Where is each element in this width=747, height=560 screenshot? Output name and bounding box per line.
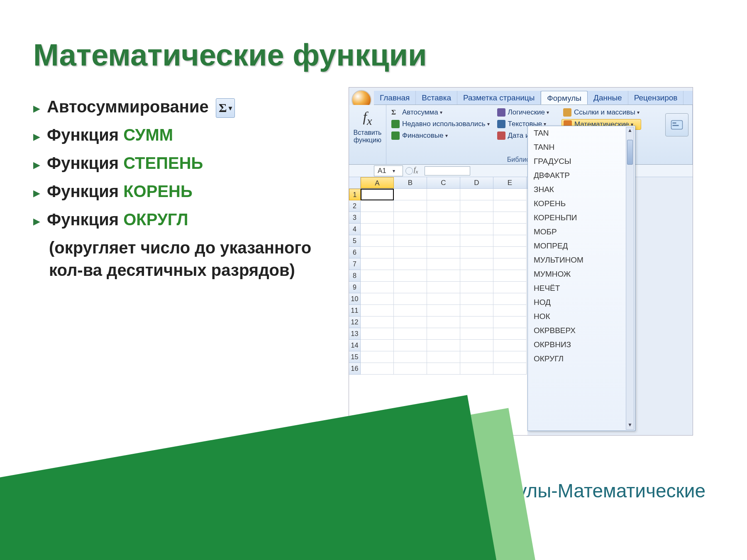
spreadsheet-grid[interactable]: A B C D E 12345678910111213141516 (349, 177, 527, 435)
tab-home[interactable]: Главная (374, 91, 416, 105)
cell[interactable] (361, 235, 394, 247)
cell[interactable] (493, 305, 527, 317)
dropdown-item[interactable]: МУМНОЖ (528, 267, 635, 281)
cell[interactable] (460, 363, 493, 375)
cell[interactable] (493, 282, 527, 293)
cell[interactable] (427, 305, 460, 317)
cell[interactable] (394, 212, 427, 224)
cell[interactable] (394, 270, 427, 282)
row-header[interactable]: 9 (349, 282, 361, 293)
cell[interactable] (394, 363, 427, 375)
ribbon-recent[interactable]: Недавно использовались▾ (390, 119, 491, 129)
cell[interactable] (427, 258, 460, 270)
cell[interactable] (394, 351, 427, 363)
tab-data[interactable]: Данные (588, 91, 628, 105)
cell[interactable] (361, 305, 394, 317)
col-header[interactable]: E (493, 177, 527, 188)
cell[interactable] (427, 328, 460, 340)
tab-review[interactable]: Рецензиров (628, 91, 684, 105)
row-header[interactable]: 4 (349, 224, 361, 235)
row-header[interactable]: 7 (349, 258, 361, 270)
row-header[interactable]: 14 (349, 340, 361, 351)
cell[interactable] (493, 328, 527, 340)
cell[interactable] (361, 200, 394, 212)
ribbon-lookup[interactable]: Ссылки и массивы▾ (561, 107, 641, 117)
scroll-thumb[interactable] (627, 140, 633, 165)
cancel-icon[interactable] (405, 167, 413, 175)
dropdown-item[interactable]: НОД (528, 295, 635, 309)
row-header[interactable]: 16 (349, 363, 361, 375)
col-header[interactable]: A (361, 177, 394, 188)
tab-insert[interactable]: Вставка (416, 91, 457, 105)
dropdown-item[interactable]: КОРЕНЬПИ (528, 211, 635, 225)
row-header[interactable]: 15 (349, 351, 361, 363)
cell[interactable] (460, 293, 493, 305)
cell[interactable] (493, 317, 527, 328)
cell[interactable] (427, 189, 460, 200)
cell[interactable] (427, 247, 460, 258)
cell[interactable] (427, 200, 460, 212)
cell[interactable] (493, 189, 527, 200)
insert-function-button[interactable]: fx Вставить функцию (352, 107, 383, 145)
row-header[interactable]: 5 (349, 235, 361, 247)
dropdown-item[interactable]: ДВФАКТР (528, 168, 635, 183)
select-all-corner[interactable] (349, 177, 361, 188)
cell[interactable] (460, 270, 493, 282)
cell[interactable] (394, 258, 427, 270)
dropdown-item[interactable]: TAN (528, 126, 635, 140)
dropdown-item[interactable]: ГРАДУСЫ (528, 154, 635, 168)
cell[interactable] (427, 340, 460, 351)
dropdown-item[interactable]: МОБР (528, 225, 635, 239)
dropdown-item[interactable]: МОПРЕД (528, 239, 635, 253)
cell[interactable] (460, 282, 493, 293)
cell[interactable] (394, 305, 427, 317)
cell[interactable] (460, 247, 493, 258)
cell[interactable] (460, 351, 493, 363)
cell[interactable] (460, 212, 493, 224)
cell[interactable] (427, 363, 460, 375)
dropdown-item[interactable]: ОКРУГЛ (528, 352, 635, 366)
col-header[interactable]: B (394, 177, 427, 188)
name-box[interactable]: A1▾ (374, 166, 403, 176)
cell[interactable] (493, 247, 527, 258)
cell[interactable] (394, 200, 427, 212)
dropdown-item[interactable]: НОК (528, 309, 635, 324)
cell[interactable] (427, 317, 460, 328)
row-header[interactable]: 2 (349, 200, 361, 212)
cell[interactable] (361, 258, 394, 270)
cell[interactable] (361, 363, 394, 375)
cell[interactable] (460, 189, 493, 200)
cell[interactable] (361, 282, 394, 293)
cell[interactable] (361, 270, 394, 282)
cell[interactable] (460, 340, 493, 351)
cell[interactable] (460, 235, 493, 247)
cell[interactable] (394, 247, 427, 258)
cell[interactable] (493, 212, 527, 224)
cell[interactable] (493, 235, 527, 247)
cell[interactable] (361, 340, 394, 351)
row-header[interactable]: 11 (349, 305, 361, 317)
cell[interactable] (361, 317, 394, 328)
cell[interactable] (493, 340, 527, 351)
col-header[interactable]: D (460, 177, 493, 188)
cell[interactable] (427, 224, 460, 235)
cell[interactable] (361, 328, 394, 340)
cell[interactable] (361, 351, 394, 363)
row-header[interactable]: 1 (349, 189, 361, 200)
cell[interactable] (427, 212, 460, 224)
cell[interactable] (427, 270, 460, 282)
row-header[interactable]: 13 (349, 328, 361, 340)
cell[interactable] (361, 293, 394, 305)
cell[interactable] (460, 317, 493, 328)
row-header[interactable]: 3 (349, 212, 361, 224)
cell[interactable] (427, 235, 460, 247)
cell[interactable] (394, 282, 427, 293)
tab-layout[interactable]: Разметка страницы (457, 91, 541, 105)
dropdown-item[interactable]: ЗНАК (528, 183, 635, 197)
ribbon-financial[interactable]: Финансовые▾ (390, 131, 491, 141)
cell[interactable] (460, 258, 493, 270)
dropdown-item[interactable]: НЕЧЁТ (528, 281, 635, 295)
dropdown-item[interactable]: МУЛЬТИНОМ (528, 253, 635, 267)
cell[interactable] (493, 258, 527, 270)
cell[interactable] (427, 351, 460, 363)
